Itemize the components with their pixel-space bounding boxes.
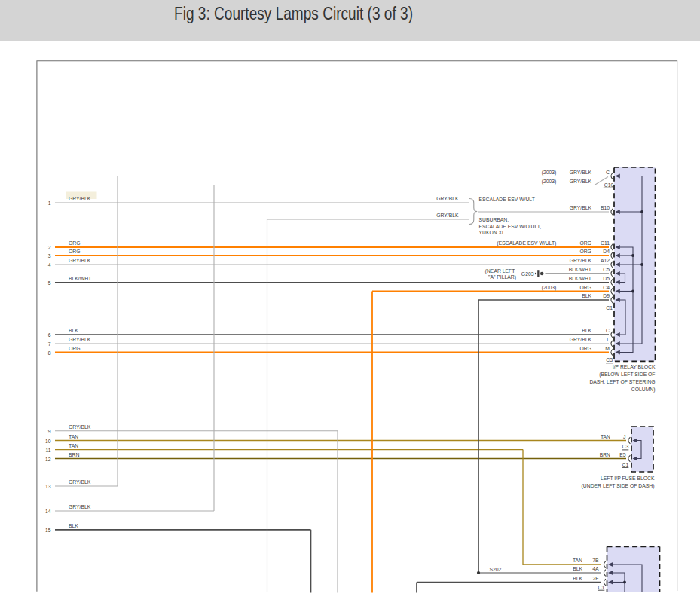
svg-text:C1: C1 [606, 305, 613, 311]
svg-text:3: 3 [48, 253, 51, 259]
svg-text:4A: 4A [592, 566, 599, 571]
svg-text:12: 12 [45, 457, 51, 462]
svg-text:D9: D9 [603, 293, 610, 298]
svg-text:4: 4 [48, 262, 51, 268]
svg-text:C1: C1 [622, 462, 629, 467]
svg-text:BLK/WHT: BLK/WHT [569, 276, 591, 281]
svg-text:BLK/WHT: BLK/WHT [69, 276, 91, 281]
svg-text:(2003): (2003) [542, 179, 557, 185]
svg-text:"A" PILLAR): "A" PILLAR) [488, 274, 516, 280]
svg-text:GRY/BLK: GRY/BLK [436, 213, 459, 218]
svg-text:8: 8 [48, 350, 51, 356]
svg-text:ORG: ORG [69, 249, 80, 254]
svg-text:BLK: BLK [582, 328, 591, 333]
svg-text:BLK: BLK [582, 293, 591, 298]
svg-text:11: 11 [45, 448, 50, 453]
svg-text:BLK/WHT: BLK/WHT [569, 267, 591, 272]
svg-text:TAN: TAN [601, 434, 610, 439]
svg-text:ORG: ORG [580, 249, 591, 254]
svg-text:15: 15 [45, 528, 51, 533]
svg-text:(UNDER LEFT SIDE OF DASH): (UNDER LEFT SIDE OF DASH) [582, 483, 655, 489]
svg-text:ORG: ORG [580, 240, 591, 246]
svg-text:M: M [605, 346, 610, 351]
svg-text:ORG: ORG [580, 346, 591, 351]
svg-text:BLK: BLK [69, 328, 78, 333]
svg-text:(2003): (2003) [542, 285, 557, 291]
svg-text:TAN: TAN [573, 558, 582, 563]
svg-text:GRY/BLK: GRY/BLK [570, 170, 592, 175]
svg-text:ESCALADE ESV W/ULT: ESCALADE ESV W/ULT [479, 197, 535, 202]
svg-text:GRY/BLK: GRY/BLK [570, 205, 592, 210]
svg-text:9: 9 [48, 429, 51, 434]
svg-text:2: 2 [48, 245, 51, 250]
svg-text:C: C [606, 170, 610, 175]
svg-text:LEFT I/P FUSE BLOCK: LEFT I/P FUSE BLOCK [601, 476, 655, 481]
svg-text:B10: B10 [601, 205, 610, 210]
svg-text:13: 13 [45, 484, 51, 489]
svg-text:GRY/BLK: GRY/BLK [570, 337, 592, 342]
svg-text:GRY/BLK: GRY/BLK [436, 196, 459, 201]
svg-text:BLK: BLK [573, 566, 582, 571]
svg-text:BLK: BLK [573, 576, 582, 581]
svg-text:GRY/BLK: GRY/BLK [570, 258, 592, 263]
svg-text:GRY/BLK: GRY/BLK [69, 479, 91, 485]
svg-text:C3: C3 [606, 357, 613, 363]
svg-text:BLK: BLK [69, 523, 78, 528]
svg-text:(ESCALADE ESV W/ULT): (ESCALADE ESV W/ULT) [497, 240, 556, 246]
svg-text:TAN: TAN [69, 434, 78, 439]
svg-text:TAN: TAN [69, 443, 78, 448]
svg-text:S202: S202 [490, 567, 502, 572]
svg-text:(BELOW LEFT SIDE OF: (BELOW LEFT SIDE OF [599, 372, 655, 378]
svg-text:14: 14 [45, 509, 51, 514]
svg-text:C10: C10 [604, 182, 614, 188]
svg-text:C4: C4 [603, 285, 610, 290]
svg-text:7: 7 [48, 341, 51, 347]
svg-text:GRY/BLK: GRY/BLK [69, 424, 91, 430]
svg-text:(2003): (2003) [542, 170, 557, 176]
svg-text:COLUMN): COLUMN) [631, 387, 656, 393]
svg-text:2F: 2F [593, 576, 599, 581]
svg-text:C11: C11 [601, 240, 610, 246]
svg-text:C1: C1 [598, 585, 605, 590]
svg-text:ORG: ORG [580, 285, 591, 290]
svg-text:6: 6 [48, 332, 51, 338]
svg-text:GRY/BLK: GRY/BLK [570, 179, 592, 184]
svg-text:BRN: BRN [69, 452, 79, 457]
svg-text:ORG: ORG [69, 346, 80, 351]
svg-text:ORG: ORG [69, 240, 80, 246]
svg-text:ESCALADE ESV W/O ULT,: ESCALADE ESV W/O ULT, [479, 224, 542, 229]
svg-text:I/P RELAY BLOCK: I/P RELAY BLOCK [613, 364, 656, 369]
svg-text:YUKON XL: YUKON XL [479, 230, 506, 235]
svg-text:5: 5 [48, 280, 51, 286]
svg-text:L: L [607, 337, 610, 342]
svg-text:C: C [606, 328, 610, 333]
svg-text:C5: C5 [603, 267, 610, 272]
svg-text:GRY/BLK: GRY/BLK [69, 196, 91, 201]
svg-text:SUBURBAN,: SUBURBAN, [479, 217, 509, 222]
svg-text:E5: E5 [619, 452, 626, 457]
svg-text:G203: G203 [521, 271, 534, 277]
svg-text:GRY/BLK: GRY/BLK [69, 337, 91, 342]
svg-text:C3: C3 [622, 444, 629, 449]
svg-text:GRY/BLK: GRY/BLK [69, 258, 91, 263]
svg-text:D5: D5 [603, 276, 610, 281]
svg-text:GRY/BLK: GRY/BLK [69, 504, 91, 509]
svg-text:7B: 7B [592, 558, 599, 563]
svg-text:10: 10 [45, 439, 51, 444]
svg-text:1: 1 [48, 200, 51, 206]
svg-text:J: J [623, 434, 625, 439]
svg-text:D4: D4 [603, 249, 610, 254]
svg-text:Fig 3: Courtesy Lamps Circuit: Fig 3: Courtesy Lamps Circuit (3 of 3) [174, 4, 413, 23]
svg-text:A12: A12 [601, 258, 610, 263]
svg-text:BRN: BRN [600, 452, 610, 457]
svg-text:DASH, LEFT OF STEERING: DASH, LEFT OF STEERING [589, 379, 655, 384]
